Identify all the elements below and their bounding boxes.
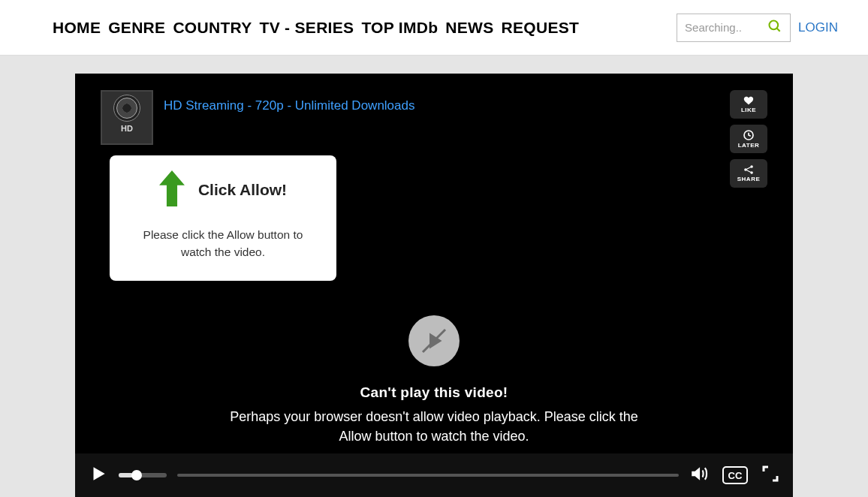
- arrow-up-icon: [159, 170, 185, 209]
- share-button[interactable]: SHARE: [730, 159, 767, 188]
- svg-line-7: [746, 170, 751, 173]
- heart-icon: [742, 95, 755, 106]
- video-player: HD HD Streaming - 720p - Unlimited Downl…: [75, 74, 793, 497]
- progress-bar[interactable]: [177, 474, 679, 477]
- nav-tvseries[interactable]: TV - SERIES: [260, 19, 354, 37]
- nav-home[interactable]: HOME: [53, 19, 101, 37]
- clock-icon: [743, 129, 755, 141]
- nav-top-imdb[interactable]: TOP IMDb: [361, 19, 438, 37]
- svg-point-0: [770, 20, 779, 29]
- play-button[interactable]: [89, 464, 108, 486]
- stream-banner: HD HD Streaming - 720p - Unlimited Downl…: [101, 90, 414, 145]
- main-nav: HOME GENRE COUNTRY TV - SERIES TOP IMDb …: [53, 19, 677, 37]
- stream-link[interactable]: HD Streaming - 720p - Unlimited Download…: [164, 98, 414, 113]
- share-icon: [743, 164, 755, 175]
- later-button[interactable]: LATER: [730, 125, 767, 153]
- search-input[interactable]: [685, 21, 767, 34]
- cc-button[interactable]: CC: [722, 466, 748, 484]
- svg-line-1: [777, 28, 780, 31]
- error-title: Can't play this video!: [224, 384, 644, 401]
- popup-body: Please click the Allow button to watch t…: [128, 226, 318, 261]
- allow-popup: Click Allow! Please click the Allow butt…: [110, 155, 336, 281]
- like-button[interactable]: LIKE: [730, 90, 767, 119]
- share-label: SHARE: [737, 176, 761, 182]
- search-icon[interactable]: [767, 19, 782, 37]
- player-controls: CC: [75, 453, 793, 497]
- player-stage: HD HD Streaming - 720p - Unlimited Downl…: [0, 56, 868, 497]
- mute-button[interactable]: [689, 464, 709, 486]
- login-link[interactable]: LOGIN: [798, 20, 838, 35]
- film-reel-icon: [113, 95, 140, 122]
- nav-request[interactable]: REQUEST: [502, 19, 580, 37]
- site-header: HOME GENRE COUNTRY TV - SERIES TOP IMDb …: [0, 0, 868, 56]
- volume-thumb[interactable]: [131, 470, 142, 480]
- hd-thumb-icon: HD: [101, 90, 153, 145]
- action-buttons: LIKE LATER SHARE: [730, 90, 767, 188]
- nav-news[interactable]: NEWS: [445, 19, 493, 37]
- later-label: LATER: [738, 142, 760, 149]
- cant-play-icon: [408, 315, 460, 366]
- like-label: LIKE: [741, 107, 756, 113]
- popup-title: Click Allow!: [198, 181, 287, 199]
- hd-badge: HD: [121, 124, 133, 133]
- fullscreen-button[interactable]: [761, 465, 779, 486]
- nav-country[interactable]: COUNTRY: [173, 19, 252, 37]
- playback-error: Can't play this video! Perhaps your brow…: [224, 315, 644, 446]
- nav-genre[interactable]: GENRE: [108, 19, 165, 37]
- svg-line-6: [746, 167, 751, 170]
- volume-slider[interactable]: [119, 473, 167, 477]
- error-subtitle: Perhaps your browser doesn't allow video…: [224, 407, 644, 446]
- search-box[interactable]: [677, 14, 791, 42]
